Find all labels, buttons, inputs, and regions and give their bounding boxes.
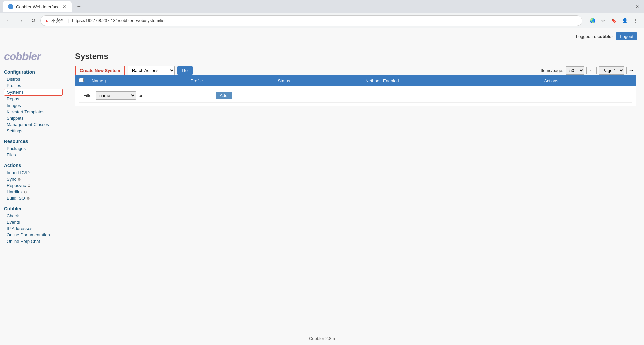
table-header-row: Name ↓ Profile Status Netboot_Enabled Ac… — [75, 75, 636, 86]
sidebar-item-repos[interactable]: Repos — [4, 96, 63, 102]
status-header[interactable]: Status — [274, 75, 361, 86]
sidebar-item-online-help[interactable]: Online Help Chat — [4, 238, 63, 245]
translate-icon[interactable]: 🌏 — [588, 16, 597, 25]
page-title: Systems — [75, 52, 636, 61]
cobbler-title: Cobbler — [4, 206, 63, 211]
filter-controls: Filter name profile status on Add — [79, 89, 632, 103]
sidebar-item-build-iso[interactable]: Build ISO ⚙ — [4, 195, 63, 201]
sync-gear-icon: ⚙ — [18, 177, 21, 181]
sidebar-item-events[interactable]: Events — [4, 219, 63, 225]
items-per-page-control: Items/page: 10 20 50 100 ← Page 1 ⇒ — [541, 66, 636, 75]
sidebar-item-distros[interactable]: Distros — [4, 76, 63, 82]
star-icon[interactable]: ☆ — [598, 16, 608, 25]
minimize-button[interactable]: ─ — [614, 3, 623, 11]
sidebar-item-sync[interactable]: Sync ⚙ — [4, 176, 63, 182]
sidebar-item-files[interactable]: Files — [4, 152, 63, 158]
forward-button[interactable]: → — [16, 16, 25, 25]
bookmark-icon[interactable]: 🔖 — [609, 16, 619, 25]
content-area: Systems Create New System Batch Actions … — [67, 45, 644, 332]
next-page-button[interactable]: ⇒ — [626, 67, 636, 74]
account-icon[interactable]: 👤 — [620, 16, 629, 25]
hardlink-gear-icon: ⚙ — [24, 190, 27, 194]
security-warning-icon: ▲ — [45, 18, 49, 23]
sidebar-item-images[interactable]: Images — [4, 102, 63, 109]
reposync-gear-icon: ⚙ — [27, 184, 31, 188]
filter-value-input[interactable] — [146, 92, 213, 99]
actions-title: Actions — [4, 163, 63, 168]
filter-row: Filter name profile status on Add — [75, 86, 636, 106]
footer-text: Cobbler 2.8.5 — [309, 336, 335, 341]
create-new-system-button[interactable]: Create New System — [75, 66, 125, 75]
sidebar-item-reposync[interactable]: Reposync ⚙ — [4, 182, 63, 189]
build-iso-gear-icon: ⚙ — [26, 196, 30, 200]
name-header[interactable]: Name ↓ — [88, 75, 186, 86]
prev-page-button[interactable]: ← — [586, 67, 597, 74]
url-text: https://192.168.237.131/cobbler_web/syst… — [72, 18, 165, 23]
filter-add-button[interactable]: Add — [216, 92, 231, 99]
browser-toolbar: ← → ↻ ▲ 不安全 | https://192.168.237.131/co… — [0, 13, 644, 28]
sidebar-item-ip-addresses[interactable]: IP Addresses — [4, 225, 63, 232]
logout-button[interactable]: Logout — [616, 32, 637, 40]
sidebar-item-import-dvd[interactable]: Import DVD — [4, 169, 63, 176]
batch-actions-select[interactable]: Batch Actions — [128, 66, 175, 75]
reload-button[interactable]: ↻ — [28, 16, 38, 25]
tab-favicon — [8, 4, 13, 9]
browser-tab[interactable]: Cobbler Web Interface ✕ — [3, 1, 72, 12]
tab-close-icon[interactable]: ✕ — [62, 4, 66, 9]
tab-title: Cobbler Web Interface — [16, 4, 60, 9]
back-button[interactable]: ← — [4, 16, 13, 25]
menu-icon[interactable]: ⋮ — [631, 16, 640, 25]
sidebar-item-systems[interactable]: Systems — [4, 89, 63, 96]
filter-on-label: on — [139, 93, 143, 98]
page-content: Logged in: cobbler Logout cobbler Config… — [0, 28, 644, 345]
browser-toolbar-actions: 🌏 ☆ 🔖 👤 ⋮ — [588, 16, 640, 25]
configuration-title: Configuration — [4, 69, 63, 75]
items-per-page-select[interactable]: 10 20 50 100 — [566, 66, 584, 75]
logo: cobbler — [4, 50, 63, 63]
logo-text: cobbler — [4, 50, 63, 63]
sidebar-item-settings[interactable]: Settings — [4, 128, 63, 134]
actions-header: Actions — [540, 75, 636, 86]
toolbar-row: Create New System Batch Actions Go Items… — [75, 66, 636, 75]
browser-titlebar: Cobbler Web Interface ✕ + ─ □ ✕ — [0, 0, 644, 13]
select-all-checkbox[interactable] — [79, 78, 84, 82]
filter-cell: Filter name profile status on Add — [75, 86, 636, 106]
sidebar-item-hardlink[interactable]: Hardlink ⚙ — [4, 189, 63, 195]
page-header: Logged in: cobbler Logout — [0, 28, 644, 45]
filter-label: Filter — [83, 93, 93, 98]
sidebar-item-check[interactable]: Check — [4, 213, 63, 219]
go-button[interactable]: Go — [177, 66, 193, 75]
sidebar-item-profiles[interactable]: Profiles — [4, 82, 63, 89]
items-per-page-label: Items/page: — [541, 68, 564, 73]
window-controls: ─ □ ✕ — [614, 3, 641, 11]
maximize-button[interactable]: □ — [624, 3, 632, 11]
username-text: cobbler — [597, 34, 613, 39]
profile-header[interactable]: Profile — [186, 75, 274, 86]
new-tab-button[interactable]: + — [74, 2, 84, 11]
sidebar-item-online-docs[interactable]: Online Documentation — [4, 232, 63, 238]
sidebar-item-packages[interactable]: Packages — [4, 145, 63, 152]
sidebar: cobbler Configuration Distros Profiles S… — [0, 45, 67, 332]
checkbox-header[interactable] — [75, 75, 88, 86]
security-warning-text: 不安全 — [51, 18, 64, 24]
page-select[interactable]: Page 1 — [599, 66, 624, 75]
close-button[interactable]: ✕ — [633, 3, 641, 11]
sidebar-item-mgmt-classes[interactable]: Management Classes — [4, 121, 63, 128]
logged-in-text: Logged in: cobbler — [576, 34, 613, 39]
page-footer: Cobbler 2.8.5 — [0, 332, 644, 345]
filter-field-select[interactable]: name profile status — [96, 91, 136, 100]
resources-title: Resources — [4, 139, 63, 144]
netboot-header[interactable]: Netboot_Enabled — [361, 75, 540, 86]
systems-table: Name ↓ Profile Status Netboot_Enabled Ac… — [75, 75, 636, 106]
sidebar-item-snippets[interactable]: Snippets — [4, 115, 63, 121]
main-layout: cobbler Configuration Distros Profiles S… — [0, 45, 644, 332]
sidebar-item-kickstart[interactable]: Kickstart Templates — [4, 109, 63, 115]
separator: | — [68, 18, 69, 23]
address-bar[interactable]: ▲ 不安全 | https://192.168.237.131/cobbler_… — [40, 15, 582, 26]
